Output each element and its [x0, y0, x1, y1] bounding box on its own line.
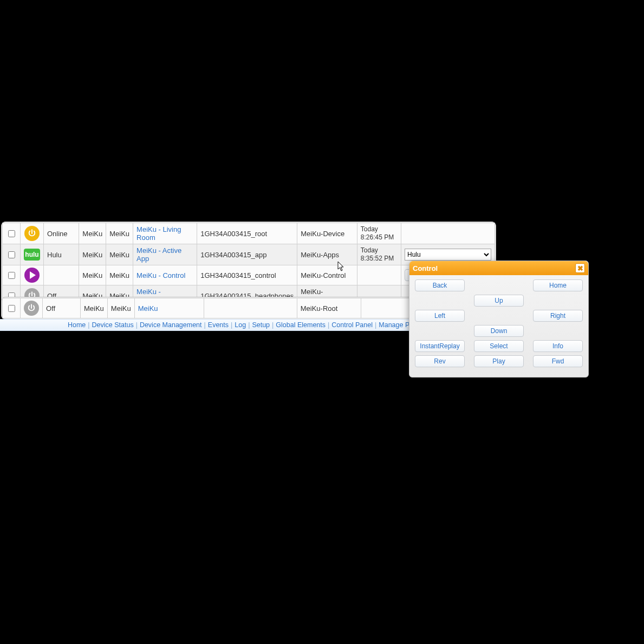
- power-icon: [24, 301, 39, 316]
- time-hms: 8:35:52 PM: [361, 255, 394, 262]
- vendor2: MeiKu: [109, 271, 129, 279]
- footer-link[interactable]: Log: [235, 321, 246, 329]
- table-row: OnlineMeiKuMeiKuMeiKu - Living Room1GH34…: [3, 223, 495, 244]
- up-button[interactable]: Up: [474, 295, 524, 307]
- right-button[interactable]: Right: [533, 310, 583, 322]
- fwd-button[interactable]: Fwd: [533, 355, 583, 367]
- row-checkbox[interactable]: [8, 305, 15, 312]
- vendor1: MeiKu: [82, 271, 102, 279]
- dialog-body: Back Home Up Left Right Down InstantRepl…: [409, 275, 588, 373]
- device-type: MeiKu-Device: [301, 230, 344, 238]
- vendor1: MeiKu: [82, 230, 102, 238]
- footer-link[interactable]: Home: [68, 321, 86, 329]
- status-text: Hulu: [47, 251, 62, 259]
- device-type: MeiKu-Root: [301, 304, 338, 313]
- status-text: Off: [46, 304, 55, 313]
- dialog-title: Control: [413, 264, 575, 272]
- hulu-icon: hulu: [24, 249, 40, 261]
- device-name-link[interactable]: MeiKu - Control: [136, 271, 185, 279]
- control-dialog: Control ✖ Back Home Up Left Right Down I…: [409, 261, 589, 378]
- instantreplay-button[interactable]: InstantReplay: [415, 340, 465, 352]
- vendor2: MeiKu: [109, 230, 129, 238]
- back-button[interactable]: Back: [415, 279, 465, 291]
- footer-link[interactable]: Control Panel: [331, 321, 373, 329]
- status-text: Online: [47, 230, 68, 238]
- footer-link[interactable]: Device Management: [140, 321, 202, 329]
- power-icon: [24, 226, 40, 241]
- left-button[interactable]: Left: [415, 310, 465, 322]
- device-name-link[interactable]: MeiKu: [138, 304, 158, 313]
- info-button[interactable]: Info: [533, 340, 583, 352]
- home-button[interactable]: Home: [533, 279, 583, 291]
- down-button[interactable]: Down: [474, 325, 524, 337]
- footer-link[interactable]: Device Status: [92, 321, 134, 329]
- app-select[interactable]: Hulu: [405, 249, 491, 261]
- device-type: MeiKu-Control: [301, 271, 346, 279]
- footer-link[interactable]: Global Elements: [276, 321, 326, 329]
- play-icon: [24, 268, 40, 283]
- device-code: 1GH34A003415_control: [200, 271, 276, 279]
- device-type: MeiKu-Apps: [301, 251, 339, 259]
- row-checkbox[interactable]: [8, 272, 15, 279]
- row-checkbox[interactable]: [8, 230, 15, 237]
- device-code: 1GH34A003415_app: [200, 251, 266, 259]
- footer-link[interactable]: Events: [208, 321, 229, 329]
- select-button[interactable]: Select: [474, 340, 524, 352]
- rev-button[interactable]: Rev: [415, 355, 465, 367]
- device-name-link[interactable]: MeiKu - Living Room: [136, 225, 181, 242]
- device-name-link[interactable]: MeiKu - Active App: [136, 246, 181, 263]
- vendor2: MeiKu: [111, 304, 131, 313]
- vendor1: MeiKu: [84, 304, 104, 313]
- close-icon[interactable]: ✖: [575, 263, 585, 273]
- dialog-header[interactable]: Control ✖: [409, 261, 588, 275]
- time-hms: 8:26:45 PM: [361, 233, 394, 241]
- vendor2: MeiKu: [109, 251, 129, 259]
- device-code: 1GH34A003415_root: [200, 230, 267, 238]
- play-button[interactable]: Play: [474, 355, 524, 367]
- row-checkbox[interactable]: [8, 251, 15, 258]
- time-day: Today: [361, 246, 378, 254]
- vendor1: MeiKu: [82, 251, 102, 259]
- footer-link[interactable]: Setup: [252, 321, 270, 329]
- time-day: Today: [361, 225, 378, 233]
